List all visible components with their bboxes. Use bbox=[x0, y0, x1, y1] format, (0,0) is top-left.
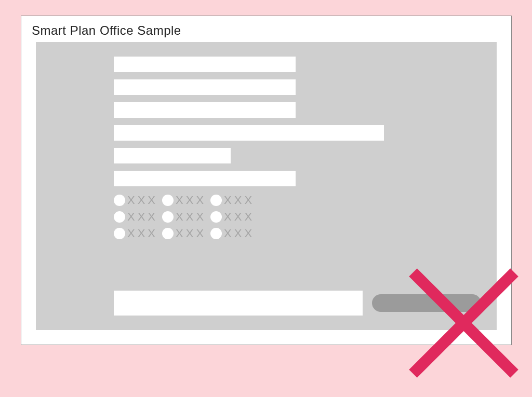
radio-option[interactable]: XXX bbox=[162, 194, 206, 207]
radio-icon bbox=[162, 195, 174, 206]
radio-icon bbox=[210, 228, 222, 239]
radio-icon bbox=[162, 211, 174, 223]
radio-icon bbox=[210, 211, 222, 223]
radio-icon bbox=[114, 195, 125, 206]
text-input-5[interactable] bbox=[114, 148, 231, 163]
radio-option[interactable]: XXX bbox=[210, 194, 255, 207]
bottom-row bbox=[114, 291, 481, 316]
radio-label: XXX bbox=[224, 227, 255, 240]
form-panel: XXX XXX XXX XXX XXX bbox=[36, 42, 497, 330]
radio-option[interactable]: XXX bbox=[210, 227, 255, 240]
radio-label: XXX bbox=[127, 194, 158, 207]
radio-label: XXX bbox=[127, 227, 158, 240]
radio-label: XXX bbox=[176, 210, 206, 224]
text-input-4[interactable] bbox=[114, 125, 384, 141]
radio-option[interactable]: XXX bbox=[162, 227, 206, 240]
radio-label: XXX bbox=[224, 194, 255, 207]
radio-section: XXX XXX XXX XXX XXX bbox=[114, 194, 481, 240]
bottom-text-input[interactable] bbox=[114, 291, 363, 316]
radio-label: XXX bbox=[176, 227, 206, 240]
radio-option[interactable]: XXX bbox=[162, 210, 206, 224]
radio-row-3: XXX XXX XXX bbox=[114, 227, 481, 240]
radio-option[interactable]: XXX bbox=[210, 210, 255, 224]
submit-button[interactable] bbox=[372, 294, 481, 312]
radio-label: XXX bbox=[127, 210, 158, 224]
text-input-3[interactable] bbox=[114, 102, 296, 118]
radio-label: XXX bbox=[224, 210, 255, 224]
radio-option[interactable]: XXX bbox=[114, 210, 158, 224]
radio-row-2: XXX XXX XXX bbox=[114, 210, 481, 224]
app-window: Smart Plan Office Sample XXX XXX XXX bbox=[21, 16, 512, 345]
text-input-6[interactable] bbox=[114, 171, 296, 186]
text-input-1[interactable] bbox=[114, 57, 296, 72]
text-input-2[interactable] bbox=[114, 79, 296, 95]
radio-icon bbox=[114, 211, 125, 223]
radio-icon bbox=[210, 195, 222, 206]
radio-icon bbox=[162, 228, 174, 239]
radio-option[interactable]: XXX bbox=[114, 194, 158, 207]
radio-icon bbox=[114, 228, 125, 239]
radio-row-1: XXX XXX XXX bbox=[114, 194, 481, 207]
window-title: Smart Plan Office Sample bbox=[21, 16, 511, 42]
radio-option[interactable]: XXX bbox=[114, 227, 158, 240]
radio-label: XXX bbox=[176, 194, 206, 207]
